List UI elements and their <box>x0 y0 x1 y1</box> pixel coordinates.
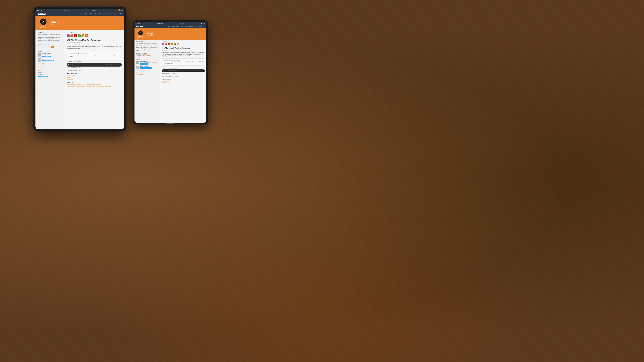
archives-link-s[interactable]: Adapt Archives <box>136 74 158 75</box>
hosts-label-s: HOSTS <box>136 59 158 60</box>
host-2-s: Ryan Christoffel 🐦 Follow @ryanchristoff… <box>136 66 158 69</box>
nav-live[interactable]: Live <box>111 13 113 14</box>
app-morning-reader-s[interactable]: Morning Reader <box>162 81 205 82</box>
volume-bar[interactable] <box>114 65 118 65</box>
nav-membership[interactable]: Membership <box>103 13 110 14</box>
nav-links-small: About Shows People Store Blog Membership… <box>168 26 205 27</box>
prev-episode-link[interactable]: Previous Episode <box>38 65 62 67</box>
nav-store[interactable]: Store <box>95 13 98 14</box>
status-bar-small: 3:20 PM Wed May 6 relay.fm 📶 19% <box>134 22 206 24</box>
subscribe-icons: 🎵 ⭕ 🔴 🟢 📻 📡 <box>67 34 122 37</box>
learn-more-s[interactable]: Learn More <box>136 56 158 57</box>
sponsor-intro: This episode of Adapt is sponsored by: <box>68 52 88 54</box>
ipad-large-top-bar <box>34 7 126 8</box>
speed-btn[interactable]: 1x <box>119 64 120 65</box>
artwork-badge-small: 5 <box>136 30 139 32</box>
relay-logo-small[interactable]: RELAY FM <box>136 26 143 27</box>
download-link[interactable]: Download: MP3 (68.01 MB) <box>67 67 122 68</box>
other-link-2[interactable]: The Mighty mini: Adapting Apple's Diminu… <box>67 86 122 87</box>
nav-about-s[interactable]: About <box>168 26 170 27</box>
content-area-small: HOSTED BY FEDERICO VITICCI AND RYAN CHRI… <box>134 40 206 122</box>
apple-podcasts-icon[interactable]: 🎵 <box>67 34 70 37</box>
host-role-viticci: EDITOR IN CHIEF, MACSTORIES.NET <box>42 54 60 55</box>
other-link-1[interactable]: Magic Keyboard for iPad Pro: A New Breed… <box>67 84 122 85</box>
castro-icon[interactable]: 🔴 <box>74 34 77 37</box>
playback-time: 00:00 <box>70 64 73 65</box>
app-ulysses-s[interactable]: Ulysses <box>162 82 205 83</box>
hosted-by-text: FEDERICO VITICCI AND RYAN CHRISTOFFEL <box>38 34 62 35</box>
audio-player-large: ▶ 00:00 01:12:54 🔊 1x <box>67 63 122 66</box>
overcast-icon[interactable]: ⭕ <box>70 34 73 37</box>
twitter-viticci[interactable]: 🐦 Follow @viticci <box>42 56 51 57</box>
volume-icon-s[interactable]: 🔊 <box>196 70 197 71</box>
app-ulysses[interactable]: Ulysses <box>67 77 122 78</box>
app-mindnode[interactable]: MindNode <box>67 79 122 80</box>
nav-membership-s[interactable]: Membership <box>188 26 194 27</box>
twitter-ryan[interactable]: 🐦 Follow @ryanchristoffel <box>42 60 54 61</box>
app-morning-reader[interactable]: Morning Reader <box>67 75 122 76</box>
progress-bar[interactable] <box>74 65 105 65</box>
ipad-small: 3:20 PM Wed May 6 relay.fm 📶 19% RELAY F… <box>133 20 208 124</box>
download-link-s[interactable]: Download: MP3 (68.01 MB) <box>162 73 205 74</box>
nav-people-s[interactable]: People <box>176 26 179 27</box>
url-display: relay.fm <box>92 9 96 11</box>
status-icons-small: 📶 19% <box>201 23 205 24</box>
search-icon-small[interactable]: 🔍 <box>204 26 205 27</box>
hosted-by-label-s: HOSTED BY <box>136 41 158 42</box>
volume-icon[interactable]: 🔊 <box>111 64 112 66</box>
host-1: Federico Viticci EDITOR IN CHIEF, MACSTO… <box>38 53 62 57</box>
follow-relay-btn[interactable]: 🐦 Follow _adaptfm <box>38 76 48 77</box>
join-btn[interactable]: JOIN <box>51 46 54 48</box>
learn-more-link[interactable]: Learn More <box>38 48 62 49</box>
spotify-icon-s[interactable]: 🟢 <box>171 43 173 45</box>
progress-fill <box>74 65 86 65</box>
main-content-small: SUBSCRIBE 🎵 ⭕ 🔴 🟢 📻 📡 #24: The 11-inch i… <box>160 40 206 122</box>
date-display: Wed May 6 <box>64 9 70 11</box>
nav-people[interactable]: People <box>90 13 94 14</box>
speed-btn-s[interactable]: 1x <box>202 70 203 71</box>
pocket-casts-icon-s[interactable]: 📻 <box>174 43 176 45</box>
support-buttons-s: MEMBERSHIP LEVEL▾ JOIN <box>136 54 158 56</box>
nav-store-s[interactable]: Store <box>181 26 183 27</box>
rss-icon[interactable]: 📡 <box>85 34 88 37</box>
duration-display: 01:12:54 <box>106 64 110 65</box>
play-button[interactable]: ▶ <box>68 64 70 66</box>
nav-blog-s[interactable]: Blog <box>185 26 187 27</box>
join-btn-s[interactable]: JOIN <box>148 54 150 56</box>
nav-about[interactable]: About <box>80 13 84 14</box>
progress-bar-s[interactable] <box>168 70 190 71</box>
archives-link[interactable]: Adapt Archives <box>38 67 62 69</box>
contact-link[interactable]: Contact <box>38 74 62 75</box>
camera-dot <box>80 7 80 8</box>
battery-display: 65% <box>120 9 123 11</box>
search-icon[interactable]: 🔍 <box>120 13 122 14</box>
spotify-icon[interactable]: 🟢 <box>78 34 81 37</box>
nav-blog[interactable]: Blog <box>99 13 102 14</box>
episode-desc: Ryan used an 11-inch iPad Pro most of th… <box>67 44 122 49</box>
twitter-viticci-s[interactable]: 🐦 Follow @viticci <box>140 63 148 65</box>
apple-podcasts-icon-s[interactable]: 🎵 <box>162 43 164 45</box>
membership-btn[interactable]: MEMBERSHIP LEVEL▾ <box>38 46 50 48</box>
links-section: Sponsor Contact <box>38 72 62 75</box>
twitter-ryan-s[interactable]: 🐦 Follow @ryanchristoffel <box>140 67 152 69</box>
ipad-large: 3:20 PM Wed May 6 relay.fm 📶 65% RELAY F… <box>34 7 126 131</box>
hosts-label: HOSTS <box>38 51 62 52</box>
nav-sponsor[interactable]: Sponsor <box>114 13 119 14</box>
nav-sponsor-s[interactable]: Sponsor <box>198 26 202 27</box>
show-tagline-small: Stay curious <box>147 35 154 36</box>
relay-logo-large[interactable]: RELAY FM <box>38 13 46 15</box>
rss-icon-s[interactable]: 📡 <box>177 43 179 45</box>
prev-episode-link-s[interactable]: Previous Episode <box>136 72 158 73</box>
volume-bar-s[interactable] <box>198 70 201 71</box>
castro-icon-s[interactable]: 🔴 <box>168 43 170 45</box>
nav-shows[interactable]: Shows <box>85 13 88 14</box>
host-info-ryan-s: Ryan Christoffel 🐦 Follow @ryanchristoff… <box>140 66 152 69</box>
membership-btn-s[interactable]: MEMBERSHIP LEVEL▾ <box>136 54 147 56</box>
nav-live-s[interactable]: Live <box>195 26 197 27</box>
nav-shows-s[interactable]: Shows <box>172 26 175 27</box>
host-info-viticci-s: Federico Viticci EDITOR IN CHIEF, MACSTO… <box>140 61 157 65</box>
overcast-icon-s[interactable]: ⭕ <box>165 43 167 45</box>
play-button-s[interactable]: ▶ <box>163 70 164 72</box>
sponsor-link[interactable]: Sponsor <box>38 72 62 73</box>
pocket-casts-icon[interactable]: 📻 <box>82 34 84 37</box>
